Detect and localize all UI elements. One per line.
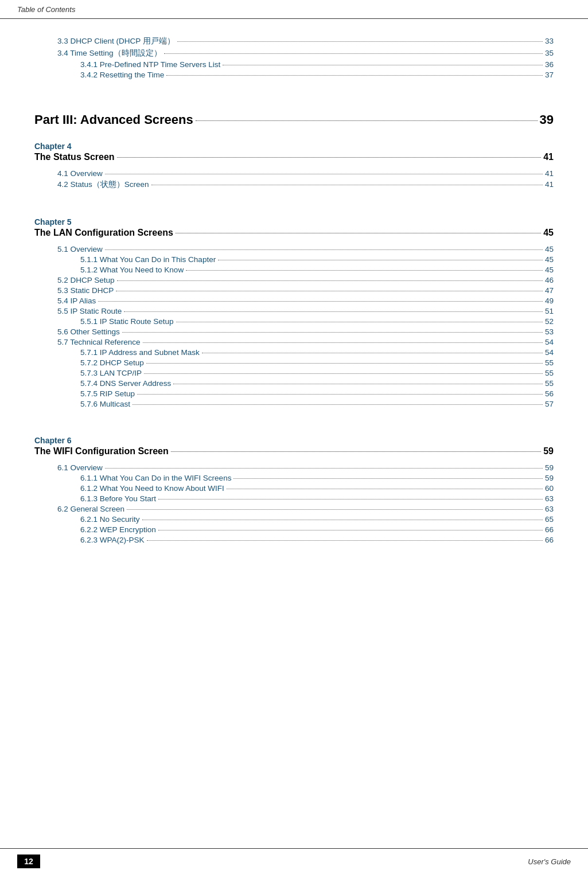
toc-entry-4-2: 4.2 Status（状態）Screen 41 [34, 180, 554, 190]
toc-entry-3-4-2: 3.4.2 Resetting the Time 37 [34, 71, 554, 79]
toc-entry-3-4-1: 3.4.1 Pre-Defined NTP Time Servers List … [34, 60, 554, 69]
toc-entry-5-6: 5.6 Other Settings 53 [34, 327, 554, 336]
toc-entry-5-3: 5.3 Static DHCP 47 [34, 286, 554, 295]
toc-entry-5-7-1: 5.7.1 IP Address and Subnet Mask 54 [34, 348, 554, 357]
toc-entry-5-5: 5.5 IP Static Route 51 [34, 307, 554, 315]
toc-entry-5-1-1: 5.1.1 What You Can Do in This Chapter 45 [34, 255, 554, 264]
toc-entry-6-2-2: 6.2.2 WEP Encryption 66 [34, 525, 554, 534]
part3-heading: Part III: Advanced Screens 39 [34, 112, 554, 127]
toc-entry-6-1-2: 6.1.2 What You Need to Know About WIFI 6… [34, 484, 554, 493]
header-title: Table of Contents [17, 5, 75, 14]
chapter4-label: Chapter 4 [34, 142, 554, 151]
toc-entry-4-1: 4.1 Overview 41 [34, 169, 554, 178]
toc-entry-6-2-3: 6.2.3 WPA(2)-PSK 66 [34, 536, 554, 544]
main-content: 3.3 DHCP Client (DHCP 用戸端） 33 3.4 Time S… [0, 19, 588, 592]
toc-entry-3-4: 3.4 Time Setting（時間設定） 35 [34, 48, 554, 58]
toc-entry-5-7: 5.7 Technical Reference 54 [34, 338, 554, 346]
footer-page-number: 12 [17, 855, 40, 868]
toc-entry-3-3: 3.3 DHCP Client (DHCP 用戸端） 33 [34, 36, 554, 46]
toc-entry-5-7-5: 5.7.5 RIP Setup 56 [34, 389, 554, 398]
toc-entry-5-2: 5.2 DHCP Setup 46 [34, 276, 554, 284]
chapter5-title: The LAN Configuration Screens 45 [34, 228, 554, 238]
toc-entry-5-1: 5.1 Overview 45 [34, 245, 554, 253]
toc-entry-5-7-6: 5.7.6 Multicast 57 [34, 400, 554, 408]
toc-entry-6-1-3: 6.1.3 Before You Start 63 [34, 494, 554, 503]
toc-entry-5-7-2: 5.7.2 DHCP Setup 55 [34, 358, 554, 367]
toc-entry-5-5-1: 5.5.1 IP Static Route Setup 52 [34, 317, 554, 326]
chapter6-title: The WIFI Configuration Screen 59 [34, 446, 554, 456]
toc-entry-6-1: 6.1 Overview 59 [34, 463, 554, 472]
toc-entry-6-1-1: 6.1.1 What You Can Do in the WIFI Screen… [34, 474, 554, 482]
footer-guide-title: User's Guide [528, 857, 571, 866]
chapter6-label: Chapter 6 [34, 436, 554, 445]
page-footer: 12 User's Guide [0, 848, 588, 874]
toc-entry-5-7-4: 5.7.4 DNS Server Address 55 [34, 379, 554, 388]
toc-entry-5-1-2: 5.1.2 What You Need to Know 45 [34, 266, 554, 274]
chapter4-title: The Status Screen 41 [34, 152, 554, 162]
toc-entry-5-4: 5.4 IP Alias 49 [34, 296, 554, 305]
chapter5-label: Chapter 5 [34, 217, 554, 227]
toc-entry-5-7-3: 5.7.3 LAN TCP/IP 55 [34, 369, 554, 377]
toc-entry-6-2: 6.2 General Screen 63 [34, 505, 554, 513]
page-header: Table of Contents [0, 0, 588, 19]
toc-entry-6-2-1: 6.2.1 No Security 65 [34, 515, 554, 524]
